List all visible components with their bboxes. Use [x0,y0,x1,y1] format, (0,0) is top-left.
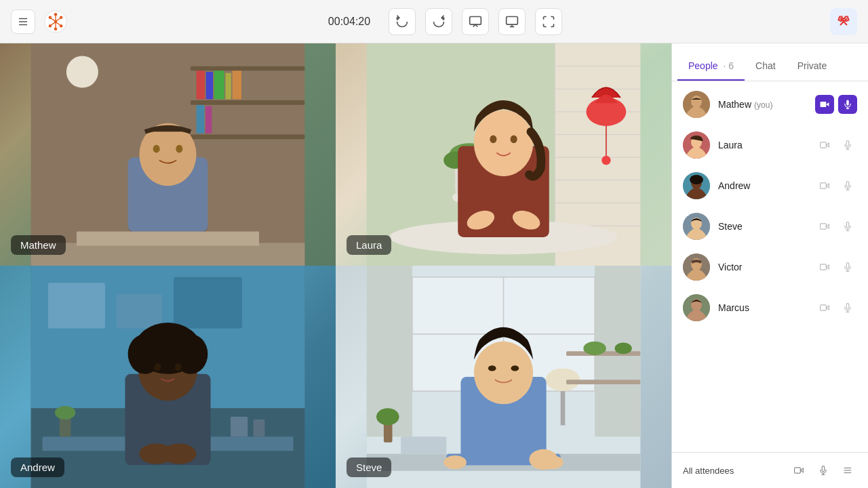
mic-button-laura[interactable] [838,136,857,155]
mic-button-andrew[interactable] [838,176,857,195]
undo-button[interactable] [389,8,416,35]
svg-point-56 [601,156,610,165]
cam-button-andrew[interactable] [815,176,834,195]
topbar-left [11,9,68,34]
mic-button-victor[interactable] [838,258,857,277]
redo-button[interactable] [425,8,452,35]
screen-share-button[interactable] [498,8,526,35]
svg-rect-32 [233,70,241,99]
video-cell-laura: Laura [336,43,671,266]
svg-point-65 [490,135,496,143]
svg-point-66 [511,135,517,143]
participant-row-mathew: Mathew(you) [672,84,868,125]
svg-rect-41 [31,243,305,266]
svg-point-88 [162,443,196,464]
avatar-victor [683,253,710,281]
svg-point-35 [66,56,98,88]
topbar: 00:04:20 [0,0,868,43]
all-attendees-mic-button[interactable] [814,461,833,480]
participant-row-andrew: Andrew [672,165,868,206]
panel-tabs: People · 6 Chat Private [672,43,868,81]
svg-point-39 [153,145,160,153]
svg-rect-137 [821,264,827,270]
video-cell-andrew: Andrew [0,266,336,488]
svg-rect-34 [205,106,212,134]
svg-rect-18 [507,16,518,24]
all-attendees-video-button[interactable] [789,461,808,480]
svg-point-111 [443,455,467,469]
tab-chat[interactable]: Chat [745,60,787,81]
all-attendees-label: All attendees [683,466,784,476]
laura-label: Laura [347,235,391,255]
svg-rect-30 [214,70,224,99]
topbar-center: 00:04:20 [68,8,825,35]
svg-rect-142 [821,305,827,310]
chat-button[interactable] [462,8,489,35]
cam-button-marcus[interactable] [815,298,834,317]
video-grid: Mathew [0,43,671,488]
svg-point-113 [529,449,557,470]
svg-rect-127 [821,183,827,188]
svg-rect-121 [821,142,827,148]
svg-rect-28 [197,70,205,99]
main-content: Mathew [0,43,868,488]
participant-row-laura: Laura [672,125,868,165]
svg-rect-26 [191,100,304,105]
svg-point-79 [55,406,75,420]
svg-rect-76 [231,417,248,436]
svg-rect-73 [174,277,242,329]
controls-andrew [815,176,857,195]
mic-button-mathew[interactable] [838,95,857,114]
svg-rect-78 [60,417,71,436]
svg-rect-101 [566,380,640,384]
svg-rect-33 [197,105,205,134]
svg-rect-105 [401,436,446,453]
all-attendees-more-button[interactable] [838,461,857,480]
svg-rect-25 [191,66,304,71]
fullscreen-button[interactable] [535,8,562,35]
cam-button-steve[interactable] [815,217,834,236]
end-call-button[interactable] [830,8,857,35]
tab-people[interactable]: People · 6 [677,60,745,81]
mic-button-steve[interactable] [838,217,857,236]
topbar-right [825,8,857,35]
svg-point-107 [474,342,533,405]
tab-private[interactable]: Private [787,60,838,81]
svg-point-4 [54,12,58,16]
participant-name-mathew: Mathew(you) [718,99,807,110]
participant-row-victor: Victor [672,247,868,287]
svg-rect-71 [48,283,105,328]
svg-point-85 [154,363,161,371]
settings-button[interactable] [11,9,35,34]
people-panel: People · 6 Chat Private [671,43,868,488]
andrew-label: Andrew [11,458,64,477]
panel-footer: All attendees [672,452,868,488]
avatar-mathew [683,91,710,118]
participants-list: Mathew(you) [672,81,868,452]
video-cell-mathew: Mathew [0,43,336,266]
svg-rect-27 [191,135,304,140]
mic-button-marcus[interactable] [838,298,857,317]
svg-point-103 [615,343,632,354]
participant-name-laura: Laura [718,140,807,150]
svg-rect-72 [117,294,162,328]
participant-name-andrew: Andrew [718,180,807,191]
svg-rect-116 [821,102,827,107]
cam-button-laura[interactable] [815,136,834,155]
svg-point-108 [488,365,496,371]
svg-point-64 [474,110,533,176]
participant-name-victor: Victor [718,262,807,272]
svg-rect-17 [470,16,481,24]
call-timer: 00:04:20 [328,16,370,28]
cam-button-mathew[interactable] [815,95,834,114]
avatar-steve [683,213,710,240]
cam-button-victor[interactable] [815,258,834,277]
svg-rect-29 [206,72,213,99]
svg-rect-145 [795,468,801,473]
svg-point-109 [511,365,519,371]
svg-rect-31 [225,73,231,100]
controls-mathew [815,95,857,114]
steve-label: Steve [347,458,391,477]
logo-icon [43,9,68,34]
svg-point-7 [54,27,58,30]
